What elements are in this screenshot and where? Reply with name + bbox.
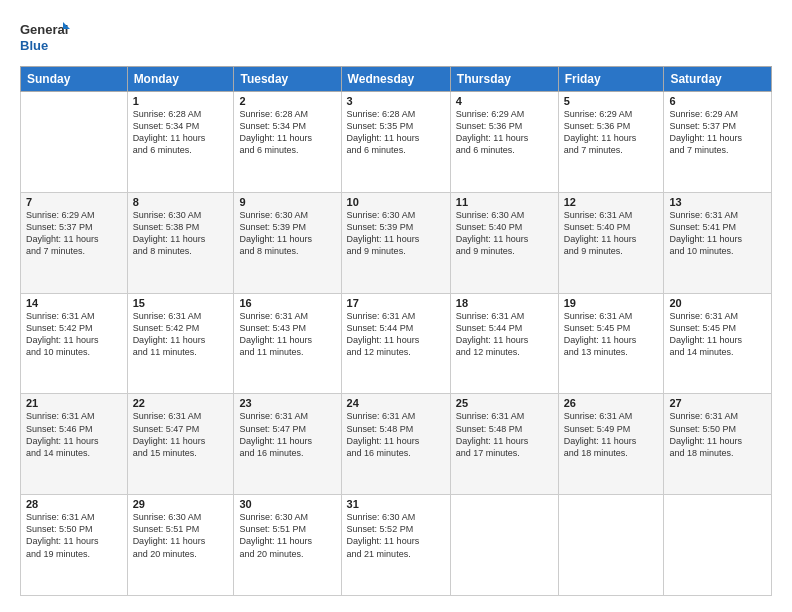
cell-line: and 16 minutes. [347, 448, 411, 458]
cell-line: Daylight: 11 hours [456, 436, 529, 446]
cell-line: and 9 minutes. [456, 246, 515, 256]
cell-line: Sunset: 5:46 PM [26, 424, 93, 434]
calendar-cell: 29Sunrise: 6:30 AMSunset: 5:51 PMDayligh… [127, 495, 234, 596]
cell-line: Daylight: 11 hours [347, 234, 420, 244]
cell-info: Sunrise: 6:31 AMSunset: 5:43 PMDaylight:… [239, 310, 335, 359]
day-number: 18 [456, 297, 553, 309]
cell-info: Sunrise: 6:31 AMSunset: 5:50 PMDaylight:… [26, 511, 122, 560]
cell-line: Daylight: 11 hours [347, 335, 420, 345]
cell-line: Sunrise: 6:30 AM [133, 210, 202, 220]
cell-line: and 10 minutes. [669, 246, 733, 256]
cell-line: Sunrise: 6:30 AM [347, 512, 416, 522]
cell-line: Daylight: 11 hours [239, 436, 312, 446]
cell-info: Sunrise: 6:31 AMSunset: 5:42 PMDaylight:… [133, 310, 229, 359]
cell-line: Daylight: 11 hours [456, 234, 529, 244]
logo-svg: General Blue [20, 16, 70, 56]
cell-line: Sunrise: 6:29 AM [26, 210, 95, 220]
day-number: 12 [564, 196, 659, 208]
cell-line: Sunrise: 6:28 AM [239, 109, 308, 119]
cell-line: Sunrise: 6:31 AM [456, 411, 525, 421]
cell-line: Daylight: 11 hours [564, 335, 637, 345]
calendar-cell [450, 495, 558, 596]
calendar-cell: 15Sunrise: 6:31 AMSunset: 5:42 PMDayligh… [127, 293, 234, 394]
cell-line: Sunrise: 6:31 AM [669, 210, 738, 220]
cell-line: Sunset: 5:42 PM [26, 323, 93, 333]
cell-info: Sunrise: 6:31 AMSunset: 5:45 PMDaylight:… [564, 310, 659, 359]
cell-line: Sunrise: 6:29 AM [669, 109, 738, 119]
day-number: 14 [26, 297, 122, 309]
cell-line: Daylight: 11 hours [26, 436, 99, 446]
cell-line: Daylight: 11 hours [669, 133, 742, 143]
calendar-cell: 27Sunrise: 6:31 AMSunset: 5:50 PMDayligh… [664, 394, 772, 495]
day-number: 25 [456, 397, 553, 409]
cell-info: Sunrise: 6:30 AMSunset: 5:52 PMDaylight:… [347, 511, 445, 560]
cell-line: Daylight: 11 hours [347, 133, 420, 143]
day-number: 17 [347, 297, 445, 309]
day-number: 8 [133, 196, 229, 208]
calendar-week-row: 1Sunrise: 6:28 AMSunset: 5:34 PMDaylight… [21, 92, 772, 193]
cell-line: Sunrise: 6:31 AM [347, 311, 416, 321]
day-number: 20 [669, 297, 766, 309]
cell-line: Sunrise: 6:28 AM [133, 109, 202, 119]
day-number: 2 [239, 95, 335, 107]
cell-line: and 9 minutes. [347, 246, 406, 256]
cell-line: Sunset: 5:50 PM [26, 524, 93, 534]
cell-line: and 19 minutes. [26, 549, 90, 559]
cell-line: Sunset: 5:45 PM [669, 323, 736, 333]
cell-line: Sunrise: 6:30 AM [239, 512, 308, 522]
cell-line: Daylight: 11 hours [133, 436, 206, 446]
cell-line: Daylight: 11 hours [133, 133, 206, 143]
calendar-cell: 18Sunrise: 6:31 AMSunset: 5:44 PMDayligh… [450, 293, 558, 394]
calendar-cell [21, 92, 128, 193]
cell-line: Sunrise: 6:31 AM [133, 411, 202, 421]
cell-info: Sunrise: 6:31 AMSunset: 5:46 PMDaylight:… [26, 410, 122, 459]
cell-info: Sunrise: 6:29 AMSunset: 5:37 PMDaylight:… [26, 209, 122, 258]
cell-line: and 8 minutes. [239, 246, 298, 256]
cell-line: and 6 minutes. [456, 145, 515, 155]
calendar-cell: 2Sunrise: 6:28 AMSunset: 5:34 PMDaylight… [234, 92, 341, 193]
cell-info: Sunrise: 6:31 AMSunset: 5:48 PMDaylight:… [456, 410, 553, 459]
cell-line: and 6 minutes. [133, 145, 192, 155]
cell-line: Sunset: 5:45 PM [564, 323, 631, 333]
calendar-cell: 11Sunrise: 6:30 AMSunset: 5:40 PMDayligh… [450, 192, 558, 293]
calendar-cell: 13Sunrise: 6:31 AMSunset: 5:41 PMDayligh… [664, 192, 772, 293]
cell-info: Sunrise: 6:30 AMSunset: 5:39 PMDaylight:… [347, 209, 445, 258]
calendar-week-row: 21Sunrise: 6:31 AMSunset: 5:46 PMDayligh… [21, 394, 772, 495]
cell-line: Daylight: 11 hours [347, 536, 420, 546]
cell-line: Sunrise: 6:29 AM [564, 109, 633, 119]
logo: General Blue [20, 16, 70, 56]
cell-line: Sunrise: 6:31 AM [26, 512, 95, 522]
day-number: 4 [456, 95, 553, 107]
calendar-day-header: Thursday [450, 67, 558, 92]
cell-line: Sunrise: 6:30 AM [133, 512, 202, 522]
cell-line: and 18 minutes. [564, 448, 628, 458]
cell-line: Sunset: 5:48 PM [456, 424, 523, 434]
calendar-week-row: 14Sunrise: 6:31 AMSunset: 5:42 PMDayligh… [21, 293, 772, 394]
cell-line: Sunset: 5:50 PM [669, 424, 736, 434]
cell-line: Sunset: 5:47 PM [133, 424, 200, 434]
calendar-cell: 30Sunrise: 6:30 AMSunset: 5:51 PMDayligh… [234, 495, 341, 596]
cell-line: Sunrise: 6:31 AM [669, 411, 738, 421]
cell-info: Sunrise: 6:30 AMSunset: 5:51 PMDaylight:… [239, 511, 335, 560]
day-number: 27 [669, 397, 766, 409]
cell-line: Sunset: 5:37 PM [669, 121, 736, 131]
cell-line: Daylight: 11 hours [564, 436, 637, 446]
cell-line: and 10 minutes. [26, 347, 90, 357]
cell-line: Daylight: 11 hours [669, 335, 742, 345]
cell-line: Daylight: 11 hours [239, 536, 312, 546]
calendar-body: 1Sunrise: 6:28 AMSunset: 5:34 PMDaylight… [21, 92, 772, 596]
cell-info: Sunrise: 6:31 AMSunset: 5:47 PMDaylight:… [239, 410, 335, 459]
calendar-cell: 7Sunrise: 6:29 AMSunset: 5:37 PMDaylight… [21, 192, 128, 293]
day-number: 1 [133, 95, 229, 107]
cell-line: Daylight: 11 hours [347, 436, 420, 446]
day-number: 29 [133, 498, 229, 510]
cell-line: and 16 minutes. [239, 448, 303, 458]
svg-text:General: General [20, 22, 68, 37]
cell-line: and 14 minutes. [26, 448, 90, 458]
calendar-cell: 25Sunrise: 6:31 AMSunset: 5:48 PMDayligh… [450, 394, 558, 495]
cell-line: Daylight: 11 hours [564, 133, 637, 143]
calendar-cell: 5Sunrise: 6:29 AMSunset: 5:36 PMDaylight… [558, 92, 664, 193]
cell-line: Sunrise: 6:30 AM [347, 210, 416, 220]
cell-info: Sunrise: 6:29 AMSunset: 5:36 PMDaylight:… [456, 108, 553, 157]
cell-line: Sunset: 5:42 PM [133, 323, 200, 333]
